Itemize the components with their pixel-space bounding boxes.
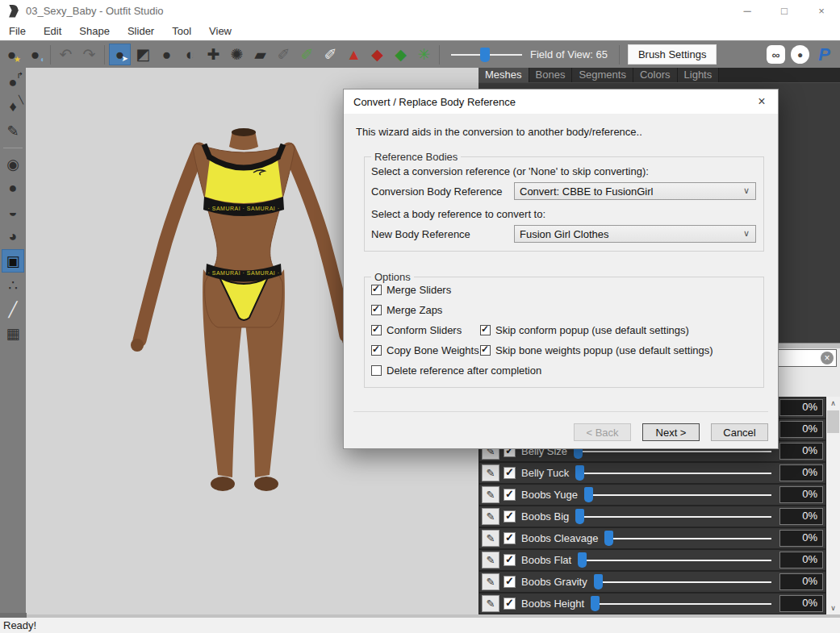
transform-tool-icon[interactable]: ●↱	[2, 71, 24, 94]
option-merge-zaps[interactable]: Merge Zaps	[371, 304, 442, 316]
scroll-up-icon[interactable]	[826, 397, 840, 410]
pencil-tool-icon[interactable]: ✎	[2, 119, 24, 143]
slider-scrollbar[interactable]	[826, 397, 840, 614]
slider-edit-button[interactable]: ✎	[482, 486, 499, 503]
slider-checkbox[interactable]	[504, 554, 516, 566]
slider-checkbox[interactable]	[504, 467, 516, 479]
option-merge-sliders[interactable]: Merge Sliders	[371, 284, 451, 296]
mask-brush-icon[interactable]: ◩	[132, 44, 154, 65]
slider-track[interactable]	[578, 552, 771, 568]
load-project-icon[interactable]: ●◖	[24, 44, 46, 65]
slider-edit-button[interactable]: ✎	[482, 573, 499, 590]
color-brush-icon[interactable]: ✐	[296, 44, 318, 65]
slider-thumb[interactable]	[578, 552, 587, 568]
slider-thumb[interactable]	[591, 596, 600, 611]
new-project-icon[interactable]: ●★	[1, 44, 23, 65]
slider-checkbox[interactable]	[504, 489, 516, 501]
collision-vertex-icon[interactable]: ▲	[343, 44, 365, 65]
move-brush-icon[interactable]: ✚	[203, 44, 224, 65]
slider-value[interactable]: 0%	[779, 399, 823, 416]
weight-brush-icon[interactable]: ✐	[273, 44, 295, 65]
menu-shape[interactable]: Shape	[70, 23, 119, 39]
brush-settings-button[interactable]: Brush Settings	[628, 44, 717, 65]
slider-track[interactable]	[575, 465, 771, 481]
slider-value[interactable]: 0%	[779, 464, 823, 481]
menu-file[interactable]: File	[0, 23, 35, 39]
github-icon[interactable]: ●	[791, 45, 809, 64]
brush-falloff-icon[interactable]: ◒	[2, 201, 24, 224]
green-diamond-tool-icon[interactable]: ◆	[390, 44, 412, 65]
smooth-brush-icon[interactable]: ✺	[226, 44, 248, 65]
slider-track[interactable]	[591, 596, 771, 611]
new-body-reference-select[interactable]: Fusion Girl Clothes	[514, 225, 756, 243]
minimize-button[interactable]: ─	[729, 0, 766, 22]
dialog-title-bar[interactable]: Convert / Replace Body Reference ×	[344, 90, 778, 114]
slider-value[interactable]: 0%	[779, 508, 823, 525]
slider-thumb[interactable]	[575, 509, 584, 524]
sphere-brush-icon[interactable]: ●	[2, 177, 24, 200]
fov-slider-thumb[interactable]	[480, 48, 490, 62]
redo-icon[interactable]: ↷	[78, 44, 100, 65]
cancel-button[interactable]: Cancel	[711, 423, 768, 441]
menu-tool[interactable]: Tool	[163, 23, 200, 39]
discord-icon[interactable]: ∞	[767, 45, 785, 64]
select-brush-icon[interactable]: ●➤	[109, 44, 131, 65]
slider-checkbox[interactable]	[504, 598, 516, 610]
fov-slider[interactable]	[451, 48, 522, 62]
paypal-icon[interactable]: P	[815, 45, 834, 64]
bone-tool-icon[interactable]: ╱	[2, 298, 24, 321]
slider-track[interactable]	[604, 531, 771, 546]
deflate-brush-icon[interactable]: ◐	[179, 44, 201, 65]
slider-track[interactable]	[594, 574, 771, 589]
slider-edit-button[interactable]: ✎	[482, 552, 499, 568]
slider-value[interactable]: 0%	[779, 421, 823, 438]
alpha-brush-icon[interactable]: ✐	[320, 44, 341, 65]
tab-bones[interactable]: Bones	[529, 68, 573, 82]
maximize-button[interactable]: □	[766, 0, 803, 22]
menu-edit[interactable]: Edit	[35, 23, 70, 39]
slider-checkbox[interactable]	[504, 510, 516, 523]
tab-lights[interactable]: Lights	[678, 68, 720, 82]
option-copy-bone-weights[interactable]: Copy Bone Weights	[371, 344, 480, 356]
menu-view[interactable]: View	[200, 23, 240, 39]
slider-thumb[interactable]	[604, 531, 613, 546]
option-skip-bone-weights-popup[interactable]: Skip bone weights popup (use default set…	[480, 344, 713, 356]
option-delete-reference[interactable]: Delete reference after completion	[371, 364, 541, 377]
slider-thumb[interactable]	[575, 465, 584, 481]
slider-value[interactable]: 0%	[779, 573, 823, 590]
clear-search-icon[interactable]	[821, 352, 834, 364]
slider-value[interactable]: 0%	[779, 552, 823, 568]
slider-edit-button[interactable]: ✎	[482, 530, 499, 547]
slider-track[interactable]	[584, 487, 771, 502]
slider-value[interactable]: 0%	[779, 595, 823, 612]
brush-falloff-alt-icon[interactable]: ◕	[2, 225, 24, 248]
undo-icon[interactable]: ↶	[55, 44, 77, 65]
tab-colors[interactable]: Colors	[633, 68, 678, 82]
close-button[interactable]: ×	[803, 0, 840, 22]
slider-value[interactable]: 0%	[779, 530, 823, 547]
slider-thumb[interactable]	[584, 487, 593, 502]
pin-tool-icon[interactable]: ♦╲	[2, 95, 24, 119]
option-conform-sliders[interactable]: Conform Sliders	[371, 324, 480, 336]
dialog-close-icon[interactable]: ×	[746, 90, 778, 114]
conversion-body-reference-select[interactable]: Convert: CBBE to FusionGirl	[514, 182, 756, 200]
slider-checkbox[interactable]	[504, 532, 516, 544]
grid-tool-icon[interactable]: ▦	[2, 322, 24, 345]
slider-thumb[interactable]	[594, 574, 603, 589]
inflate-brush-icon[interactable]: ●	[156, 44, 178, 65]
menu-slider[interactable]: Slider	[119, 23, 163, 39]
scrollbar-thumb[interactable]	[827, 410, 839, 433]
scroll-down-icon[interactable]	[826, 602, 840, 614]
slider-checkbox[interactable]	[504, 576, 516, 588]
vertex-brush-icon[interactable]: ◉	[2, 152, 24, 176]
eraser-brush-icon[interactable]: ▰	[249, 44, 271, 65]
pose-bones-icon[interactable]: ✳	[413, 44, 435, 65]
next-button[interactable]: Next >	[642, 423, 700, 441]
slider-track[interactable]	[575, 509, 771, 524]
slider-value[interactable]: 0%	[779, 486, 823, 503]
nodes-tool-icon[interactable]: ∴	[2, 273, 24, 297]
slider-value[interactable]: 0%	[779, 443, 823, 460]
tab-meshes[interactable]: Meshes	[479, 68, 529, 82]
slider-edit-button[interactable]: ✎	[482, 508, 499, 525]
tab-segments[interactable]: Segments	[572, 68, 633, 82]
